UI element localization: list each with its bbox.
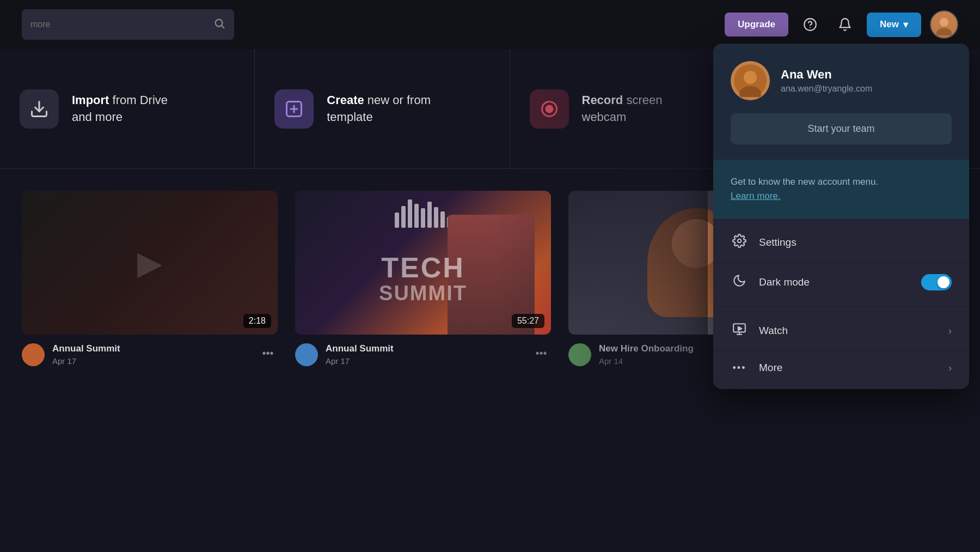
create-text: Create new or fromtemplate (327, 92, 431, 126)
watch-icon (731, 322, 748, 339)
avatar[interactable] (930, 10, 958, 39)
duration-badge-2: 55:27 (512, 314, 544, 328)
header-right: Upgrade New ▾ (725, 10, 958, 39)
watch-menu-item[interactable]: Watch › (713, 311, 969, 350)
new-button[interactable]: New ▾ (867, 13, 921, 37)
settings-menu-item[interactable]: Settings (713, 223, 969, 262)
record-icon (530, 89, 569, 129)
video-avatar-3 (568, 343, 591, 366)
settings-label: Settings (759, 236, 952, 248)
video-avatar-2 (295, 343, 318, 366)
create-card[interactable]: Create new or fromtemplate (255, 49, 510, 168)
dropdown-menu: Ana Wen ana.wen@tryangle.com Start your … (713, 44, 969, 389)
upgrade-button[interactable]: Upgrade (725, 13, 788, 37)
import-text: Import from Driveand more (72, 92, 168, 126)
moon-icon (731, 274, 748, 291)
video-date-1: Apr 17 (52, 356, 250, 366)
bottom-section: Watch › ••• More › (713, 307, 969, 389)
svg-line-1 (222, 26, 224, 28)
svg-point-5 (940, 18, 948, 27)
more-menu-item[interactable]: ••• More › (713, 351, 969, 385)
video-date-2: Apr 17 (326, 356, 524, 366)
header: Upgrade New ▾ (0, 0, 980, 49)
video-title-2: Annual Summit (326, 343, 524, 354)
video-avatar-1 (22, 343, 45, 366)
video-thumbnail-1: ▶ 2:18 (22, 191, 278, 335)
search-input[interactable] (30, 20, 208, 29)
dark-mode-label: Dark mode (759, 276, 910, 288)
profile-avatar (731, 61, 770, 100)
info-banner: Get to know the new account menu. Learn … (713, 160, 969, 219)
profile-email: ana.wen@tryangle.com (781, 84, 872, 94)
svg-point-14 (738, 239, 742, 243)
learn-more-link[interactable]: Learn more. (731, 191, 781, 201)
info-banner-text: Get to know the new account menu. Learn … (731, 175, 952, 203)
video-thumbnail-2: TECH SUMMIT 55:27 (295, 191, 551, 335)
more-icon: ••• (731, 362, 748, 374)
svg-marker-18 (738, 327, 742, 331)
new-button-label: New (880, 19, 899, 30)
profile-section: Ana Wen ana.wen@tryangle.com Start your … (713, 44, 969, 160)
duration-badge-1: 2:18 (243, 314, 271, 328)
video-meta-1: Annual Summit Apr 17 (52, 343, 250, 366)
video-card-1[interactable]: ▶ 2:18 Annual Summit Apr 17 ••• (22, 191, 278, 530)
notifications-button[interactable] (832, 11, 858, 38)
help-button[interactable] (797, 11, 823, 38)
more-label: More (759, 362, 938, 374)
search-icon (213, 17, 225, 32)
video-title-1: Annual Summit (52, 343, 250, 354)
dark-mode-toggle[interactable] (921, 274, 952, 290)
chevron-down-icon: ▾ (903, 19, 908, 31)
video-options-1[interactable]: ••• (258, 343, 278, 363)
svg-point-12 (744, 71, 757, 84)
video-meta-2: Annual Summit Apr 17 (326, 343, 524, 366)
video-info-1: Annual Summit Apr 17 ••• (22, 343, 278, 366)
import-icon (20, 89, 59, 129)
video-card-2[interactable]: TECH SUMMIT 55:27 Annual Summit Apr 17 •… (295, 191, 551, 530)
toggle-thumb (938, 276, 950, 288)
svg-point-10 (546, 106, 553, 112)
profile-text: Ana Wen ana.wen@tryangle.com (781, 68, 872, 94)
more-arrow-icon: › (948, 362, 952, 374)
start-team-button[interactable]: Start your team (731, 113, 952, 144)
watch-arrow-icon: › (948, 325, 952, 337)
settings-section: Settings Dark mode (713, 219, 969, 306)
search-bar[interactable] (22, 9, 234, 40)
video-info-2: Annual Summit Apr 17 ••• (295, 343, 551, 366)
record-text: Record screenwebcam (582, 92, 663, 126)
dark-mode-menu-item[interactable]: Dark mode (713, 263, 969, 302)
gear-icon (731, 234, 748, 251)
info-text: Get to know the new account menu. (731, 177, 878, 187)
create-icon (274, 89, 314, 129)
thumb-placeholder-1: ▶ (22, 191, 278, 335)
tech-summit-text: TECH SUMMIT (379, 253, 467, 305)
watch-label: Watch (759, 325, 938, 337)
profile-info: Ana Wen ana.wen@tryangle.com (731, 61, 952, 100)
import-card[interactable]: Import from Driveand more (0, 49, 255, 168)
profile-name: Ana Wen (781, 68, 872, 82)
video-options-2[interactable]: ••• (531, 343, 551, 363)
